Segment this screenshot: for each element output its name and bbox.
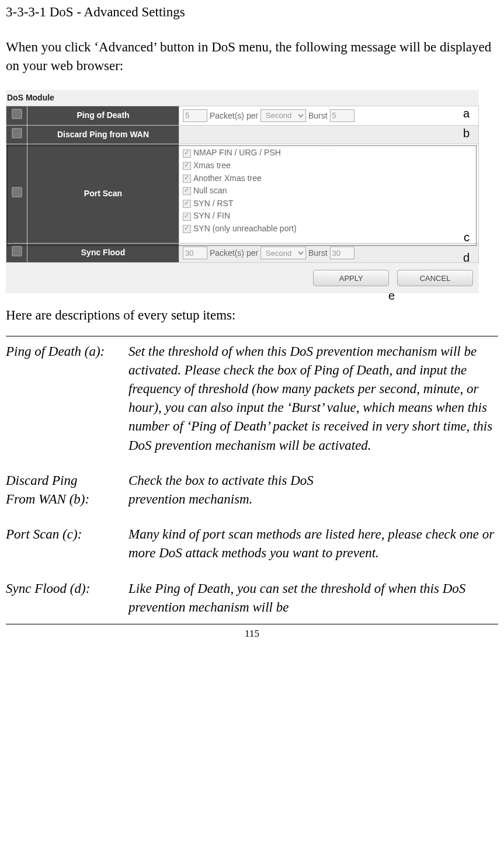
scan-opt-label: Another Xmas tree	[193, 173, 262, 183]
port-scan-option-list: NMAP FIN / URG / PSH Xmas tree Another X…	[183, 145, 475, 236]
scan-opt-synrst-checkbox[interactable]	[183, 200, 191, 208]
ping-timeunit-select[interactable]: Second	[260, 109, 306, 122]
discard-ping-checkbox[interactable]	[12, 128, 22, 138]
list-item: SYN / FIN	[183, 210, 475, 223]
ping-burst-input[interactable]	[330, 109, 354, 122]
desc-label: Sync Flood (d):	[6, 579, 128, 617]
scan-opt-label: NMAP FIN / URG / PSH	[193, 148, 281, 157]
descriptions-intro: Here are descriptions of every setup ite…	[6, 306, 498, 325]
scan-opt-label: SYN / RST	[193, 199, 233, 208]
annotation-b: b	[463, 125, 470, 141]
scan-opt-synfin-checkbox[interactable]	[183, 213, 191, 221]
desc-text: Many kind of port scan methods are liste…	[128, 525, 498, 563]
sync-flood-label: Sync Flood	[27, 244, 179, 263]
row-port-scan: Port Scan NMAP FIN / URG / PSH Xmas tree…	[6, 144, 479, 244]
ping-packets-input[interactable]	[183, 109, 207, 122]
apply-button[interactable]: APPLY	[313, 270, 389, 286]
scan-opt-xmas-checkbox[interactable]	[183, 162, 191, 170]
desc-text: Like Ping of Death, you can set the thre…	[128, 579, 498, 617]
annotation-a: a	[463, 105, 470, 121]
annotation-e: e	[388, 287, 395, 304]
list-item: Null scan	[183, 185, 475, 197]
list-item: Xmas tree	[183, 159, 475, 172]
sync-burst-input[interactable]	[330, 246, 354, 259]
sync-burst-label: Burst	[308, 248, 328, 258]
module-header: DoS Module	[6, 90, 479, 106]
desc-port-scan: Port Scan (c): Many kind of port scan me…	[6, 525, 498, 563]
desc-sync-flood: Sync Flood (d): Like Ping of Death, you …	[6, 579, 498, 617]
sync-packets-per-label: Packet(s) per	[210, 248, 258, 258]
desc-label: Ping of Death (a):	[6, 342, 128, 455]
section-title: 3-3-3-1 DoS - Advanced Settings	[6, 3, 498, 22]
port-scan-label: Port Scan	[27, 144, 179, 244]
cancel-button[interactable]: CANCEL	[397, 270, 473, 286]
ping-burst-label: Burst	[308, 110, 328, 120]
ping-of-death-checkbox[interactable]	[12, 109, 22, 119]
scan-opt-nmap-checkbox[interactable]	[183, 150, 191, 158]
ping-of-death-label: Ping of Death	[27, 106, 179, 126]
sync-flood-checkbox[interactable]	[12, 246, 22, 256]
desc-label: Discard Ping From WAN (b):	[6, 471, 128, 509]
scan-opt-synunreach-checkbox[interactable]	[183, 225, 191, 233]
row-discard-ping: Discard Ping from WAN	[6, 125, 479, 144]
row-sync-flood: Sync Flood Packet(s) per Second Burst	[6, 244, 479, 263]
list-item: SYN (only unreachable port)	[183, 223, 475, 235]
desc-ping-of-death: Ping of Death (a): Set the threshold of …	[6, 342, 498, 455]
scan-opt-anotherxmas-checkbox[interactable]	[183, 175, 191, 183]
scan-opt-label: Null scan	[193, 186, 227, 195]
annotation-d: d	[463, 249, 470, 266]
port-scan-checkbox[interactable]	[12, 187, 22, 197]
list-item: SYN / RST	[183, 197, 475, 210]
page-number: 115	[6, 624, 498, 641]
desc-text: Set the threshold of when this DoS preve…	[128, 342, 498, 455]
dos-settings-table: Ping of Death Packet(s) per Second Burst…	[6, 106, 479, 263]
sync-packets-input[interactable]	[183, 246, 207, 259]
desc-label: Port Scan (c):	[6, 525, 128, 563]
divider	[6, 336, 498, 336]
list-item: Another Xmas tree	[183, 172, 475, 185]
dos-module-panel: DoS Module Ping of Death Packet(s) per S…	[6, 90, 479, 294]
scan-opt-label: SYN (only unreachable port)	[193, 224, 297, 233]
intro-paragraph: When you click ‘Advanced’ button in DoS …	[6, 38, 498, 75]
annotation-c: c	[464, 229, 470, 245]
ping-packets-per-label: Packet(s) per	[210, 110, 258, 120]
list-item: NMAP FIN / URG / PSH	[183, 147, 475, 159]
row-ping-of-death: Ping of Death Packet(s) per Second Burst	[6, 106, 479, 126]
scan-opt-label: SYN / FIN	[193, 211, 230, 220]
sync-timeunit-select[interactable]: Second	[260, 246, 306, 259]
desc-text: Check the box to activate this DoS preve…	[128, 471, 498, 509]
desc-discard-ping: Discard Ping From WAN (b): Check the box…	[6, 471, 498, 509]
scan-opt-label: Xmas tree	[193, 161, 231, 170]
button-row: APPLY CANCEL	[6, 263, 479, 287]
scan-opt-null-checkbox[interactable]	[183, 187, 191, 195]
discard-ping-label: Discard Ping from WAN	[27, 125, 179, 144]
